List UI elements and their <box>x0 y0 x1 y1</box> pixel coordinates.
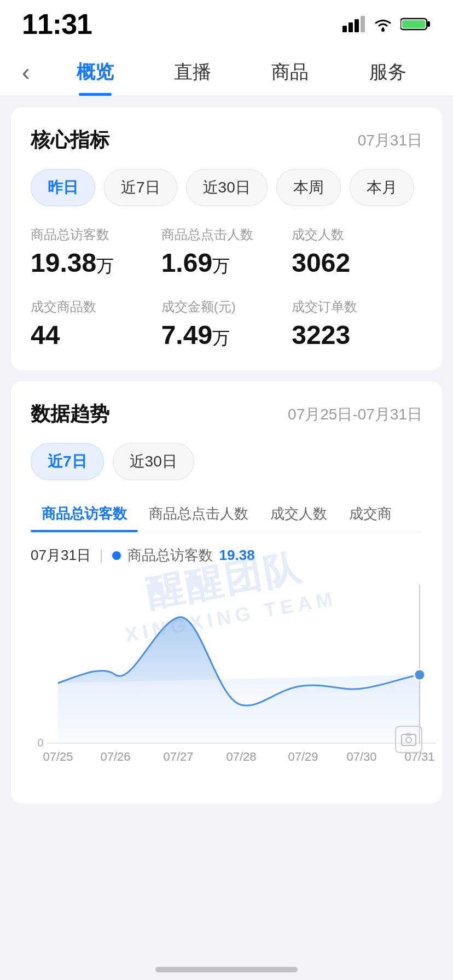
trend-filter-buttons: 近7日 近30日 <box>31 443 422 480</box>
home-indicator <box>155 967 298 972</box>
metric-clicks-value: 1.69万 <box>161 248 292 278</box>
battery-icon <box>400 16 431 32</box>
screenshot-icon[interactable] <box>395 726 422 753</box>
chart-container: 0 07/25 07/26 07/27 07/28 07/29 07/30 07… <box>31 574 422 784</box>
trend-title: 数据趋势 <box>31 401 109 428</box>
core-metrics-date: 07月31日 <box>358 130 422 151</box>
card-header: 核心指标 07月31日 <box>31 127 422 154</box>
back-button[interactable]: ‹ <box>16 55 36 90</box>
trend-date-range: 07月25日-07月31日 <box>288 404 422 425</box>
tooltip-label: 商品总访客数 <box>127 546 213 565</box>
wifi-icon <box>373 16 393 32</box>
metric-buyers: 成交人数 3062 <box>292 226 422 278</box>
svg-rect-3 <box>361 16 365 32</box>
status-time: 11:31 <box>22 8 92 40</box>
svg-text:07/27: 07/27 <box>163 750 193 763</box>
svg-text:07/25: 07/25 <box>43 750 73 763</box>
data-trend-card: 醒醒团队 XINGXING TEAM 数据趋势 07月25日-07月31日 近7… <box>11 381 442 803</box>
svg-rect-2 <box>355 19 359 32</box>
chart-metric-tabs: 商品总访客数 商品总点击人数 成交人数 成交商 <box>31 495 422 533</box>
tooltip-date: 07月31日 <box>31 546 91 565</box>
chart-tab-products[interactable]: 成交商 <box>338 495 403 532</box>
svg-rect-18 <box>402 734 416 745</box>
svg-rect-1 <box>349 22 353 32</box>
trend-filter-30days[interactable]: 近30日 <box>113 443 194 480</box>
metric-visitors-value: 19.38万 <box>31 248 161 278</box>
chart-tooltip: 07月31日 | 商品总访客数 19.38 <box>31 546 422 565</box>
svg-text:07/30: 07/30 <box>346 750 376 763</box>
metric-products-sold-value: 44 <box>31 320 161 350</box>
svg-point-4 <box>381 28 385 32</box>
metric-revenue-value: 7.49万 <box>161 320 292 351</box>
svg-rect-7 <box>402 20 425 28</box>
tab-product[interactable]: 商品 <box>266 48 314 96</box>
svg-text:07/28: 07/28 <box>226 750 256 763</box>
svg-point-19 <box>406 737 411 743</box>
tooltip-value: 19.38 <box>219 547 255 564</box>
chart-tab-visitors[interactable]: 商品总访客数 <box>31 495 138 532</box>
metric-revenue: 成交金额(元) 7.49万 <box>161 298 292 351</box>
filter-yesterday[interactable]: 昨日 <box>31 169 95 206</box>
metric-clicks: 商品总点击人数 1.69万 <box>161 226 292 278</box>
filter-30days[interactable]: 近30日 <box>186 169 268 206</box>
metric-buyers-value: 3062 <box>292 248 422 278</box>
tab-service[interactable]: 服务 <box>364 48 412 96</box>
status-bar: 11:31 <box>0 0 453 48</box>
filter-thisweek[interactable]: 本周 <box>276 169 341 206</box>
core-metrics-card: 核心指标 07月31日 昨日 近7日 近30日 本周 本月 商品总访客数 19.… <box>11 107 442 370</box>
metric-products-sold: 成交商品数 44 <box>31 298 161 351</box>
chart-tab-buyers[interactable]: 成交人数 <box>259 495 338 532</box>
trend-header: 数据趋势 07月25日-07月31日 <box>31 401 422 428</box>
tab-live[interactable]: 直播 <box>169 48 217 96</box>
svg-rect-20 <box>406 733 411 736</box>
svg-text:07/29: 07/29 <box>288 750 318 763</box>
filter-7days[interactable]: 近7日 <box>104 169 177 206</box>
metric-visitors: 商品总访客数 19.38万 <box>31 226 161 278</box>
filter-thismonth[interactable]: 本月 <box>350 169 414 206</box>
metric-orders: 成交订单数 3223 <box>292 298 422 351</box>
svg-text:07/26: 07/26 <box>100 750 130 763</box>
chart-tab-clicks[interactable]: 商品总点击人数 <box>138 495 259 532</box>
metric-orders-value: 3223 <box>292 320 422 350</box>
signal-icon <box>342 16 365 32</box>
nav-tabs: 概览 直播 商品 服务 <box>47 48 437 96</box>
trend-filter-7days[interactable]: 近7日 <box>31 443 104 480</box>
tooltip-dot <box>112 551 121 560</box>
svg-rect-6 <box>427 21 430 27</box>
status-icons <box>342 16 431 32</box>
nav-bar: ‹ 概览 直播 商品 服务 <box>0 48 453 96</box>
data-point-0731 <box>414 669 425 680</box>
metrics-grid: 商品总访客数 19.38万 商品总点击人数 1.69万 成交人数 3062 成交… <box>31 226 422 351</box>
svg-text:0: 0 <box>37 737 43 749</box>
filter-buttons: 昨日 近7日 近30日 本周 本月 <box>31 169 422 206</box>
line-chart: 0 07/25 07/26 07/27 07/28 07/29 07/30 07… <box>31 574 442 781</box>
tab-overview[interactable]: 概览 <box>71 48 119 96</box>
core-metrics-title: 核心指标 <box>31 127 109 154</box>
svg-rect-0 <box>342 26 347 32</box>
